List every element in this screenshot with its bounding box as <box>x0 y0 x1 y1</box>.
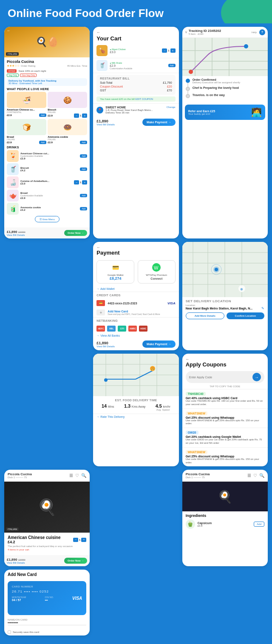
qty-increase[interactable]: + <box>81 538 86 542</box>
confirm-location-button[interactable]: Confirm Location <box>227 312 264 319</box>
view-all-banks-link[interactable]: → View All Banks <box>93 333 178 338</box>
order-now-button2[interactable]: Order Now → <box>64 558 87 564</box>
hdfc-logo[interactable]: HDFC <box>96 326 105 332</box>
add-wallet-link[interactable]: → Add Wallet <box>93 286 178 292</box>
qty-decrease[interactable]: − <box>73 538 78 542</box>
add-more-details-button[interactable]: Add More Details <box>186 312 224 319</box>
svg-text:W: W <box>154 265 159 270</box>
food-name: American Chinese cuisine <box>8 535 61 540</box>
add-ingredient-button[interactable]: Add <box>254 522 264 527</box>
search-icon[interactable]: 🔍 <box>81 473 86 478</box>
food-hero-image: 🍳 ITALIAN <box>4 482 90 533</box>
tracking-items: 5 Item · £190 <box>189 33 250 35</box>
quantity-control[interactable]: − 1 + <box>74 180 87 184</box>
restaurant2-name: Piccola Cucina <box>8 472 32 476</box>
qty-decrease[interactable]: − <box>162 48 167 53</box>
coupon-item[interactable]: WHATSNEW Get 25% discount using Whatsapp… <box>182 409 268 428</box>
saved-card[interactable]: 💳 4422-xxxx-2123-2323 VISA <box>93 298 178 308</box>
save-card-checkbox[interactable] <box>8 630 11 634</box>
view-menu-button[interactable]: ☰ View Menu <box>35 216 60 222</box>
coupon-input-row[interactable]: → <box>186 371 264 383</box>
map-svg <box>182 38 268 76</box>
change-address-link[interactable]: Change <box>167 106 176 109</box>
ingredient-icon: 🫑 <box>186 519 195 529</box>
edit-coupon-link[interactable]: EDIT COUPON <box>136 98 153 100</box>
qty-decrease[interactable]: − <box>74 113 79 118</box>
google-wallet-option[interactable]: 💳 Google Wallet £8,274 <box>96 260 134 284</box>
name-on-card-value: •••••••••• <box>8 621 86 625</box>
coupon-item[interactable]: TNHSBC40 Get 40% cashback using HSBC Car… <box>182 389 268 409</box>
rbl-logo[interactable]: RBL <box>107 326 116 332</box>
wtgpay-option[interactable]: W WTGPay Premium Connect <box>138 260 176 284</box>
list-item: 🍜 American Chinese cu... CONTINENTAL £2.… <box>7 92 46 118</box>
cart-item-price: £3.0 <box>110 51 160 54</box>
view-bill-link[interactable]: View Bill Details <box>7 234 26 236</box>
make-payment-button[interactable]: Make Payment → <box>142 340 176 348</box>
qty-increase[interactable]: + <box>82 113 87 118</box>
food-price: £4.2 <box>8 540 61 544</box>
menu-icon[interactable]: ☰ <box>69 473 73 478</box>
add-item-button[interactable]: Add <box>80 141 87 144</box>
add-drink-button[interactable]: Add <box>80 167 87 171</box>
qty-decrease[interactable]: − <box>74 180 79 184</box>
apply-coupon-button[interactable]: → <box>252 373 261 381</box>
svg-text:💳: 💳 <box>112 264 119 271</box>
view-bill-link[interactable]: View Bill Details <box>96 123 115 126</box>
search-icon2[interactable]: 🔍 <box>259 473 264 478</box>
view-bill-link[interactable]: View Bill Details <box>96 345 115 348</box>
coupon-description: Use code WHATSNEW & get 25% discount upt… <box>186 458 264 465</box>
visa-logo: VISA <box>167 301 176 305</box>
add-to-cart-button[interactable]: Add <box>168 64 176 67</box>
restaurant-hero-image: 🍳🥚 ITALIAN ← <box>4 27 90 57</box>
qty-increase[interactable]: + <box>82 180 87 184</box>
coupon-code-badge: TNHSBC40 <box>186 392 206 396</box>
delivery-eta-card: 🍔 EST. FOOD DELIVERY TIME 14 Mins 1.3 Km… <box>93 354 178 466</box>
coupon-item[interactable]: GW20 Get 20% cashback using Google Walle… <box>182 428 268 447</box>
piccola-bottom-card: Piccola Cucina Dish 1 ——— 75 ☰ ♡ 🔍 🍳 Ing… <box>182 470 268 566</box>
coupon-item[interactable]: WHATSNEW Get 25% discount using Whatsapp… <box>182 447 268 467</box>
citi-logo[interactable]: CITI <box>118 326 126 332</box>
order-now-button[interactable]: Order Now → <box>64 230 87 236</box>
make-payment-button[interactable]: Make Payment → <box>142 119 176 126</box>
list-item: 🧃 Ammonia cookie £4.2 Add <box>7 203 87 215</box>
cart-items-count: 4 items in your cart <box>8 548 86 551</box>
delivery-distance: 1.3 Kms Away <box>124 403 145 411</box>
refer-illustration: 🧑‍💻 <box>251 107 262 117</box>
view-bill-link2[interactable]: View Bill Details <box>7 562 26 564</box>
add-card-row[interactable]: + Add New Card Save and pay via HSFC, Fo… <box>93 308 178 317</box>
quantity-control[interactable]: − 1 + <box>162 48 175 53</box>
edit-location-icon[interactable]: ✎ <box>261 306 264 310</box>
america-logo[interactable]: AMRC <box>128 326 137 332</box>
star-rating: ★★★☆☆ <box>7 64 20 68</box>
cart-item-image: 🥤 <box>96 60 108 71</box>
back-arrow-icon[interactable]: ← <box>186 357 264 361</box>
add-card-title: Add New Card <box>8 572 86 577</box>
hsbc-logo[interactable]: HSBC <box>139 326 147 332</box>
coupon-code-input[interactable] <box>189 376 252 379</box>
menu-icon2[interactable]: ☰ <box>247 473 251 478</box>
cart-card: ← Your Cart 🍗 ● Afgani Chicken £3.0 − 1 … <box>93 27 178 238</box>
add-item-button[interactable]: Add <box>39 141 46 144</box>
restaurant2-sub: Dish 1 ——— 75 <box>8 476 32 479</box>
quantity-control[interactable]: − 1 + <box>74 113 87 118</box>
help-button[interactable]: ? <box>259 29 265 35</box>
back-arrow-icon[interactable]: ← <box>96 245 175 250</box>
add-item-button[interactable]: Add <box>39 113 46 117</box>
delivery-info-section: EST. FOOD DELIVERY TIME 14 Mins 1.3 Kms … <box>93 396 178 414</box>
add-drink-button[interactable]: Add <box>80 154 87 158</box>
save-card-label: Securely save this card <box>13 631 39 633</box>
back-arrow-icon[interactable]: ← <box>96 30 175 34</box>
heart-icon[interactable]: ♡ <box>75 473 79 478</box>
add-drink-button[interactable]: Add <box>80 194 87 197</box>
rate-delivery-link[interactable]: → Rate This Delivery <box>93 414 178 420</box>
payment-title: Payment <box>96 250 175 256</box>
heart-icon2[interactable]: ♡ <box>253 473 257 478</box>
order-tracking-card: ∨ Tracking ID 2345202 5 Item · £190 Help… <box>182 27 268 238</box>
connect-button[interactable]: Connect <box>141 277 173 280</box>
list-item: 🍶 Cuisine of Antebellum... £3.0 − 1 + <box>7 176 87 188</box>
qty-increase[interactable]: + <box>170 48 176 53</box>
location-value: Near Karol Bagh Metro Station, Karol Bag… <box>186 307 253 310</box>
add-drink-button[interactable]: Add <box>80 207 87 210</box>
coupons-title: Apply Coupons <box>186 361 264 368</box>
quantity-control[interactable]: − 1 + <box>73 538 86 542</box>
